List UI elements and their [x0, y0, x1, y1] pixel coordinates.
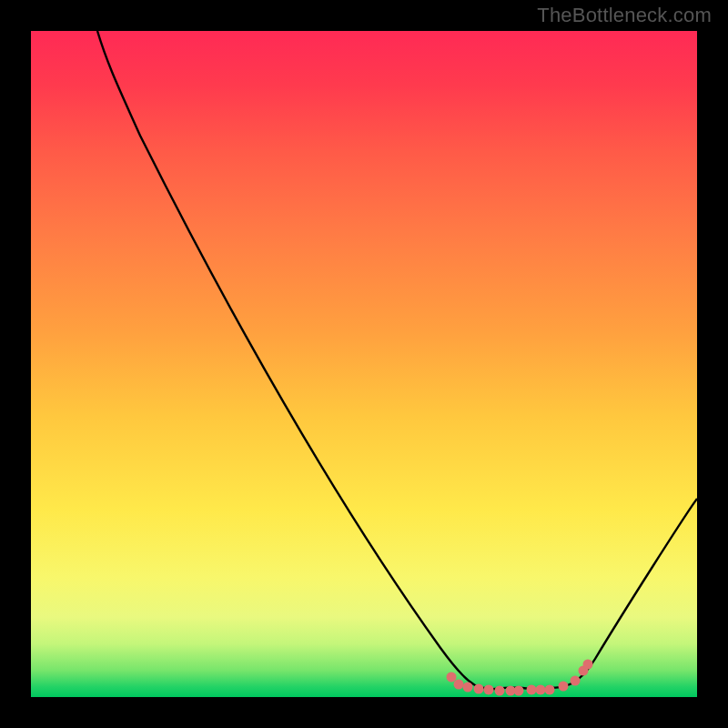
trough-dot — [536, 685, 546, 695]
trough-dot — [545, 685, 555, 695]
chart-svg — [31, 31, 697, 697]
chart-plot-area — [31, 31, 697, 697]
trough-dot — [463, 682, 473, 693]
trough-dot — [514, 686, 524, 696]
trough-dot — [559, 682, 569, 692]
watermark-text: TheBottleneck.com — [537, 4, 712, 27]
trough-dot — [454, 680, 464, 690]
trough-dot — [474, 684, 484, 694]
trough-dots-group — [447, 660, 593, 696]
trough-dot — [583, 660, 593, 670]
trough-dot — [527, 685, 537, 695]
trough-dot — [484, 685, 494, 695]
trough-dot — [571, 676, 581, 686]
bottleneck-curve-path — [97, 31, 697, 690]
trough-dot — [447, 672, 457, 682]
trough-dot — [495, 686, 505, 696]
